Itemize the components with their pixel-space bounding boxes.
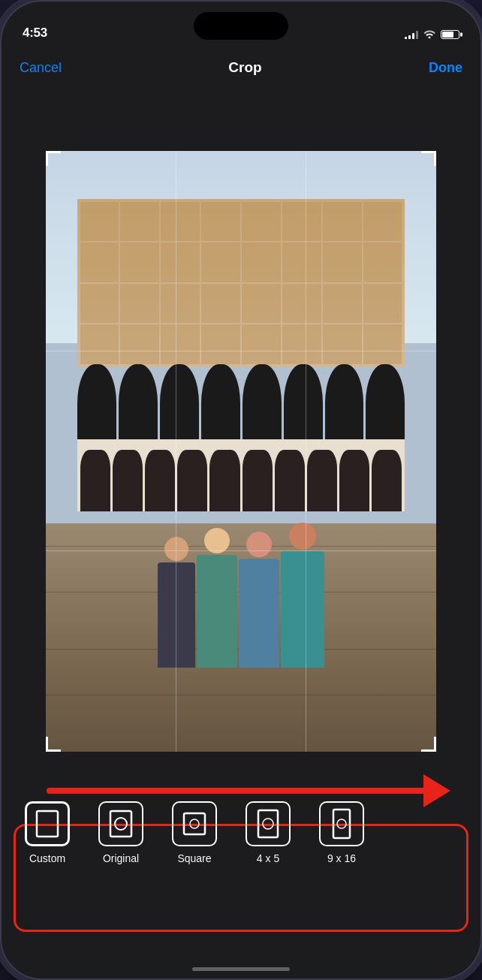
svg-rect-3 bbox=[184, 813, 205, 834]
person-body bbox=[281, 551, 324, 668]
facade-cell bbox=[282, 284, 321, 324]
svg-point-2 bbox=[115, 818, 127, 830]
svg-point-4 bbox=[190, 819, 199, 828]
facade-cell bbox=[120, 284, 159, 324]
facade-cell bbox=[80, 202, 119, 242]
facade-cell bbox=[201, 243, 240, 282]
facade-cell bbox=[120, 243, 159, 282]
svg-rect-0 bbox=[37, 811, 58, 837]
original-icon bbox=[98, 801, 143, 846]
4x5-label: 4 x 5 bbox=[257, 852, 279, 864]
signal-bar-1 bbox=[405, 37, 407, 39]
cobble-line bbox=[46, 695, 436, 695]
photo-wrapper[interactable] bbox=[46, 151, 436, 752]
arrow-head bbox=[423, 774, 450, 807]
custom-label: Custom bbox=[29, 852, 65, 864]
facade-cell bbox=[161, 202, 200, 242]
phone-frame: 4:53 Cancel Crop Done bbox=[0, 0, 482, 980]
cancel-button[interactable]: Cancel bbox=[20, 60, 62, 76]
facade-pattern bbox=[77, 199, 405, 367]
signal-bar-3 bbox=[412, 33, 414, 39]
facade-cell bbox=[201, 284, 240, 324]
people-group bbox=[65, 391, 417, 668]
facade-cell bbox=[363, 243, 402, 282]
done-button[interactable]: Done bbox=[429, 60, 462, 76]
person-body bbox=[158, 562, 195, 668]
svg-point-8 bbox=[337, 819, 346, 828]
facade-cell bbox=[323, 202, 362, 242]
arrow-line bbox=[47, 788, 423, 794]
signal-icon bbox=[405, 30, 418, 39]
upper-facade bbox=[77, 199, 405, 367]
crop-option-custom[interactable]: Custom bbox=[14, 801, 81, 864]
facade-cell bbox=[161, 284, 200, 324]
person-3 bbox=[239, 532, 279, 668]
facade-cell bbox=[201, 202, 240, 242]
facade-cell bbox=[282, 202, 321, 242]
facade-cell bbox=[120, 202, 159, 242]
facade-cell bbox=[242, 284, 281, 324]
facade-cell bbox=[363, 284, 402, 324]
home-indicator[interactable] bbox=[192, 967, 290, 971]
status-icons bbox=[405, 28, 459, 41]
person-head bbox=[289, 523, 316, 550]
square-label: Square bbox=[177, 852, 211, 864]
9x16-icon bbox=[319, 801, 364, 846]
facade-cell bbox=[323, 284, 362, 324]
square-icon bbox=[172, 801, 217, 846]
status-time: 4:53 bbox=[23, 26, 47, 41]
crop-option-4x5[interactable]: 4 x 5 bbox=[234, 801, 302, 864]
person-head bbox=[164, 537, 188, 561]
facade-cell bbox=[80, 243, 119, 282]
person-2 bbox=[197, 528, 237, 668]
signal-bar-4 bbox=[416, 31, 418, 39]
svg-rect-7 bbox=[333, 810, 350, 838]
facade-cell bbox=[282, 243, 321, 282]
person-4 bbox=[281, 523, 324, 668]
crop-option-original[interactable]: Original bbox=[87, 801, 155, 864]
person-body bbox=[197, 555, 237, 668]
svg-rect-5 bbox=[258, 810, 278, 837]
photo-container bbox=[2, 89, 480, 813]
svg-point-6 bbox=[263, 819, 273, 829]
person-head bbox=[204, 528, 230, 553]
facade-cell bbox=[161, 243, 200, 282]
crop-option-square[interactable]: Square bbox=[161, 801, 228, 864]
bottom-toolbar: Custom Original bbox=[2, 813, 480, 933]
crop-title: Crop bbox=[228, 59, 261, 76]
photo-image bbox=[46, 151, 436, 752]
battery-fill bbox=[442, 32, 453, 38]
svg-rect-1 bbox=[110, 811, 131, 837]
facade-cell bbox=[363, 202, 402, 242]
person-1 bbox=[158, 537, 195, 668]
person-head bbox=[246, 532, 272, 557]
4x5-icon bbox=[246, 801, 291, 846]
battery-icon bbox=[441, 30, 459, 39]
facade-cell bbox=[323, 243, 362, 282]
facade-cell bbox=[80, 284, 119, 324]
dynamic-island bbox=[194, 12, 288, 40]
9x16-label: 9 x 16 bbox=[327, 852, 356, 864]
red-arrow bbox=[47, 774, 450, 807]
facade-cell bbox=[242, 243, 281, 282]
crop-option-9x16[interactable]: 9 x 16 bbox=[308, 801, 375, 864]
signal-bar-2 bbox=[408, 35, 411, 39]
wifi-icon bbox=[423, 28, 436, 41]
original-label: Original bbox=[103, 852, 139, 864]
person-body bbox=[239, 559, 279, 668]
nav-bar: Cancel Crop Done bbox=[2, 47, 480, 89]
custom-icon bbox=[25, 801, 70, 846]
facade-cell bbox=[242, 202, 281, 242]
